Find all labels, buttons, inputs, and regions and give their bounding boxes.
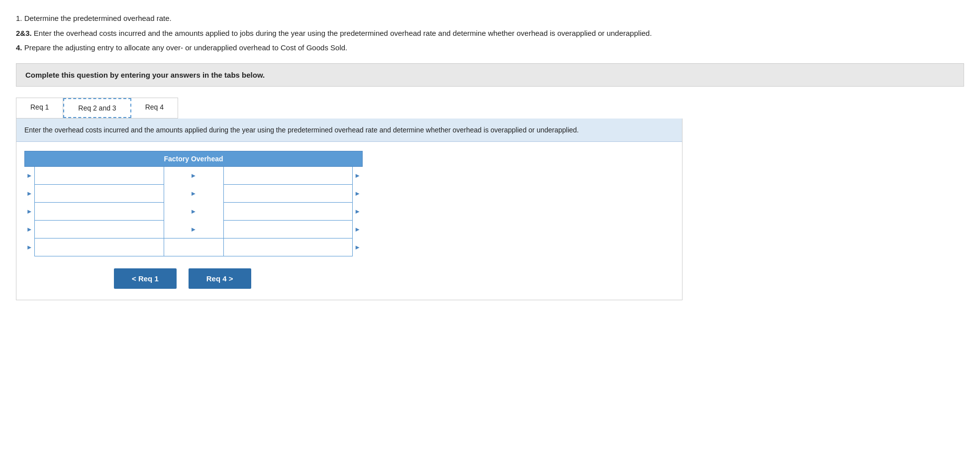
complete-box-text: Complete this question by entering your …	[25, 71, 265, 79]
tab-req2and3[interactable]: Req 2 and 3	[63, 98, 131, 118]
table-row: ► ► ►	[25, 220, 363, 238]
input-1-2[interactable]	[227, 172, 350, 180]
input-4-1[interactable]	[38, 226, 161, 234]
instruction-line3-text: Prepare the adjusting entry to allocate …	[22, 43, 348, 52]
input-4-2[interactable]	[227, 226, 350, 234]
instructions: 1. Determine the predetermined overhead …	[16, 12, 964, 54]
instruction-line2-text: Enter the overhead costs incurred and th…	[32, 29, 652, 37]
tab-section: Enter the overhead costs incurred and th…	[16, 119, 683, 300]
table-row: ► ►	[25, 238, 363, 256]
tabs-container: Req 1 Req 2 and 3 Req 4	[16, 98, 178, 119]
table-cell-1-2[interactable]	[223, 166, 353, 184]
tab-req4-label: Req 4	[145, 103, 164, 111]
prev-button-label: < Req 1	[132, 274, 159, 283]
row-arrow-1a: ►	[25, 166, 35, 184]
row-arrow-2a: ►	[25, 184, 35, 202]
nav-buttons: < Req 1 Req 4 >	[24, 268, 674, 289]
table-row: ► ► ►	[25, 202, 363, 220]
factory-table: Factory Overhead ► ► ► ►	[24, 151, 363, 256]
instruction-line1: 1. Determine the predetermined overhead …	[16, 12, 964, 25]
instruction-line3-bold: 4.	[16, 43, 22, 52]
row-arrow-5c: ►	[353, 238, 363, 256]
input-3-2[interactable]	[227, 208, 350, 216]
prev-button[interactable]: < Req 1	[114, 268, 177, 289]
tabs-row: Req 1 Req 2 and 3 Req 4	[16, 98, 683, 119]
instruction-line3: 4. Prepare the adjusting entry to alloca…	[16, 41, 964, 54]
table-cell-2-2[interactable]	[223, 184, 353, 202]
row-arrow-4a: ►	[25, 220, 35, 238]
table-cell-3-2[interactable]	[223, 202, 353, 220]
row-arrow-2b: ►	[164, 184, 223, 202]
input-5-1[interactable]	[38, 243, 161, 251]
table-cell-5-2[interactable]	[223, 238, 353, 256]
tab-description-text: Enter the overhead costs incurred and th…	[24, 126, 579, 134]
table-cell-5-1[interactable]	[35, 238, 164, 256]
input-3-1[interactable]	[38, 208, 161, 216]
complete-box: Complete this question by entering your …	[16, 63, 964, 87]
table-row: ► ► ►	[25, 184, 363, 202]
table-cell-5-mid	[164, 238, 223, 256]
table-cell-3-1[interactable]	[35, 202, 164, 220]
table-cell-4-2[interactable]	[223, 220, 353, 238]
tab-description: Enter the overhead costs incurred and th…	[16, 119, 682, 142]
table-cell-2-1[interactable]	[35, 184, 164, 202]
table-row: ► ► ►	[25, 166, 363, 184]
tabs-outer: Req 1 Req 2 and 3 Req 4 Enter the overhe…	[16, 98, 683, 300]
row-arrow-3b: ►	[164, 202, 223, 220]
next-button-label: Req 4 >	[206, 274, 233, 283]
row-arrow-4b: ►	[164, 220, 223, 238]
row-arrow-3a: ►	[25, 202, 35, 220]
input-2-1[interactable]	[38, 190, 161, 198]
row-arrow-1b: ►	[164, 166, 223, 184]
next-button[interactable]: Req 4 >	[189, 268, 251, 289]
row-arrow-2c: ►	[353, 184, 363, 202]
input-1-1[interactable]	[38, 172, 161, 180]
table-header: Factory Overhead	[25, 151, 363, 166]
tab-req1-label: Req 1	[30, 103, 49, 111]
input-2-2[interactable]	[227, 190, 350, 198]
row-arrow-4c: ►	[353, 220, 363, 238]
tab-req1[interactable]: Req 1	[16, 98, 63, 118]
table-cell-4-1[interactable]	[35, 220, 164, 238]
table-wrapper: Factory Overhead ► ► ► ►	[16, 142, 682, 300]
row-arrow-3c: ►	[353, 202, 363, 220]
instruction-line2-bold: 2&3.	[16, 29, 32, 37]
row-arrow-5a: ►	[25, 238, 35, 256]
tab-req4[interactable]: Req 4	[131, 98, 178, 118]
tab-req2and3-label: Req 2 and 3	[78, 104, 116, 112]
row-arrow-1c: ►	[353, 166, 363, 184]
table-cell-1-1[interactable]	[35, 166, 164, 184]
input-5-2[interactable]	[227, 243, 350, 251]
instruction-line2: 2&3. Enter the overhead costs incurred a…	[16, 27, 964, 40]
